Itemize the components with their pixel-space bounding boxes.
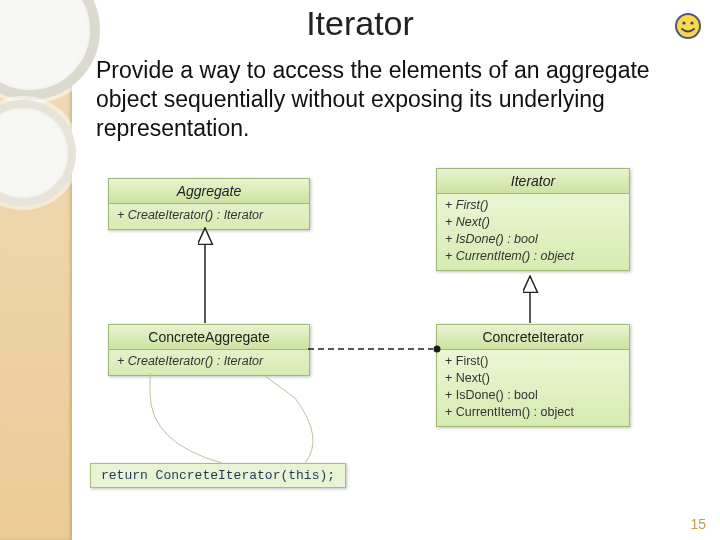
class-concrete-aggregate: ConcreteAggregate + CreateIterator() : I… <box>108 324 310 376</box>
slide-description: Provide a way to access the elements of … <box>96 56 696 142</box>
class-iterator: Iterator + First() + Next() + IsDone() :… <box>436 168 630 271</box>
svg-point-2 <box>690 21 693 24</box>
svg-point-0 <box>676 14 700 38</box>
class-ops: + CreateIterator() : Iterator <box>109 350 309 375</box>
class-concrete-iterator: ConcreteIterator + First() + Next() + Is… <box>436 324 630 427</box>
class-name: ConcreteAggregate <box>109 325 309 350</box>
class-ops: + First() + Next() + IsDone() : bool + C… <box>437 350 629 426</box>
class-name: Iterator <box>437 169 629 194</box>
note-callout: return ConcreteIterator(this); <box>90 463 346 488</box>
page-number: 15 <box>690 516 706 532</box>
svg-point-1 <box>682 21 685 24</box>
class-ops: + CreateIterator() : Iterator <box>109 204 309 229</box>
uml-diagram: ConcreteIterator (dashed with filled dia… <box>90 168 710 518</box>
class-ops: + First() + Next() + IsDone() : bool + C… <box>437 194 629 270</box>
class-aggregate: Aggregate + CreateIterator() : Iterator <box>108 178 310 230</box>
smiley-icon <box>674 12 702 40</box>
class-name: ConcreteIterator <box>437 325 629 350</box>
slide-title: Iterator <box>0 4 720 43</box>
class-name: Aggregate <box>109 179 309 204</box>
